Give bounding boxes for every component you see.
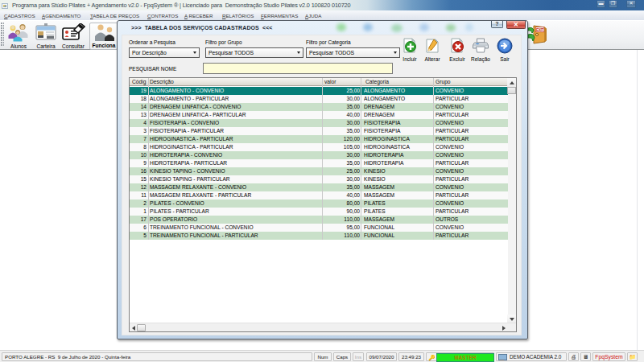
svg-text:EXIT: EXIT	[536, 28, 543, 32]
